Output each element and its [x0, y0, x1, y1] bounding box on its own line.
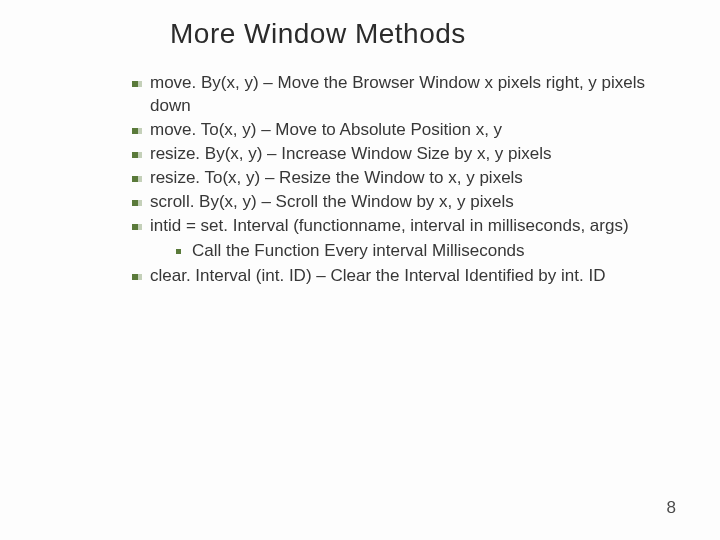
- list-item: clear. Interval (int. ID) – Clear the In…: [132, 265, 672, 288]
- slide-title: More Window Methods: [40, 18, 680, 50]
- list-item: move. By(x, y) – Move the Browser Window…: [132, 72, 672, 118]
- list-item-text: intid = set. Interval (functionname, int…: [150, 216, 629, 235]
- bullet-list: move. By(x, y) – Move the Browser Window…: [40, 72, 680, 287]
- list-item: scroll. By(x, y) – Scroll the Window by …: [132, 191, 672, 214]
- slide: More Window Methods move. By(x, y) – Mov…: [0, 0, 720, 540]
- list-item: resize. To(x, y) – Resize the Window to …: [132, 167, 672, 190]
- sub-list-item: Call the Function Every interval Millise…: [176, 240, 672, 263]
- list-item: resize. By(x, y) – Increase Window Size …: [132, 143, 672, 166]
- sub-bullet-list: Call the Function Every interval Millise…: [150, 240, 672, 263]
- list-item: move. To(x, y) – Move to Absolute Positi…: [132, 119, 672, 142]
- page-number: 8: [667, 498, 676, 518]
- list-item: intid = set. Interval (functionname, int…: [132, 215, 672, 263]
